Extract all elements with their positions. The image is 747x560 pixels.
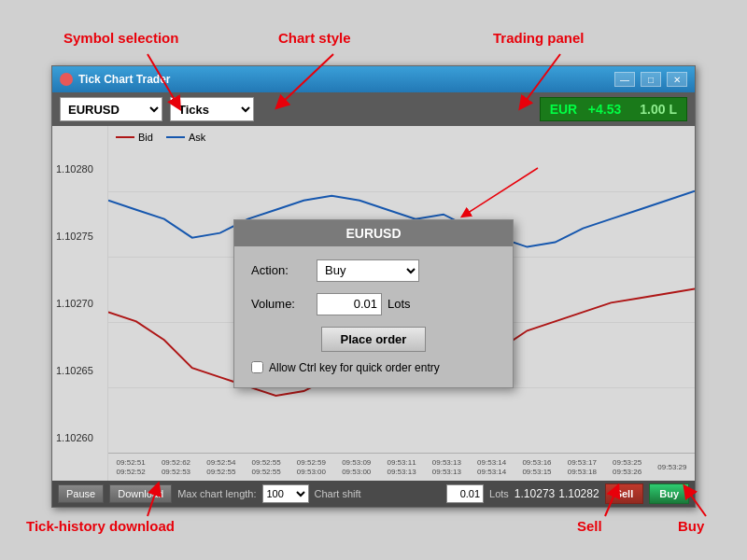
main-window: Tick Chart Trader — □ ✕ EURUSD GBPUSD US… bbox=[51, 65, 696, 508]
sell-btn[interactable]: Sell bbox=[605, 483, 644, 504]
volume-input[interactable] bbox=[317, 293, 382, 315]
titlebar-controls: — □ ✕ bbox=[614, 72, 687, 87]
chart-area: 1.10280 1.10275 1.10270 1.10265 1.10260 … bbox=[52, 126, 695, 481]
maximize-btn[interactable]: □ bbox=[641, 72, 661, 87]
lots-label: Lots bbox=[489, 488, 509, 499]
max-chart-select[interactable]: 100 200 500 1000 bbox=[262, 484, 309, 503]
modal-body: Action: Buy Sell Volume: Lots Place orde… bbox=[234, 246, 513, 387]
ann-tickhistory: Tick-history download bbox=[26, 518, 175, 534]
window-icon bbox=[60, 73, 73, 86]
modal-overlay: EURUSD Action: Buy Sell Volume: Lots bbox=[52, 126, 695, 481]
place-order-btn[interactable]: Place order bbox=[321, 327, 427, 352]
ann-chart: Chart style bbox=[278, 30, 351, 46]
volume-label: Volume: bbox=[251, 297, 317, 311]
max-chart-label: Max chart length: bbox=[177, 488, 256, 499]
symbol-select[interactable]: EURUSD GBPUSD USDJPY AUDUSD bbox=[60, 97, 162, 121]
toolbar: EURUSD GBPUSD USDJPY AUDUSD Ticks Line B… bbox=[52, 92, 695, 126]
buy-btn[interactable]: Buy bbox=[649, 483, 689, 504]
action-row: Action: Buy Sell bbox=[251, 259, 496, 282]
trading-lots: 1.00 L bbox=[640, 102, 677, 117]
ctrl-key-checkbox[interactable] bbox=[251, 361, 263, 373]
checkbox-row: Allow Ctrl key for quick order entry bbox=[251, 361, 496, 374]
ann-trading: Trading panel bbox=[493, 30, 585, 46]
sell-price: 1.10273 bbox=[514, 487, 555, 500]
ann-sell: Sell bbox=[577, 518, 602, 534]
download-btn[interactable]: Download bbox=[109, 484, 172, 503]
action-select[interactable]: Buy Sell bbox=[317, 259, 419, 282]
action-label: Action: bbox=[251, 263, 317, 277]
lots-input[interactable] bbox=[446, 484, 484, 503]
volume-unit: Lots bbox=[388, 297, 411, 311]
modal-title: EURUSD bbox=[234, 220, 513, 246]
titlebar: Tick Chart Trader — □ ✕ bbox=[52, 66, 695, 92]
price-display: 1.10273 1.10282 bbox=[514, 487, 599, 500]
chart-shift-label: Chart shift bbox=[315, 488, 361, 499]
close-btn[interactable]: ✕ bbox=[667, 72, 687, 87]
buy-price: 1.10282 bbox=[558, 487, 599, 500]
volume-row: Volume: Lots bbox=[251, 293, 496, 315]
pause-btn[interactable]: Pause bbox=[58, 484, 104, 503]
ann-symbol: Symbol selection bbox=[63, 30, 178, 46]
ann-buy: Buy bbox=[678, 518, 704, 534]
chart-style-select[interactable]: Ticks Line Bar Candle bbox=[170, 97, 254, 121]
ctrl-key-label: Allow Ctrl key for quick order entry bbox=[269, 361, 440, 374]
statusbar: Pause Download Max chart length: 100 200… bbox=[52, 481, 695, 507]
minimize-btn[interactable]: — bbox=[614, 72, 635, 87]
window-title: Tick Chart Trader bbox=[78, 73, 614, 86]
trading-panel: EUR +4.53 1.00 L bbox=[540, 97, 687, 121]
order-modal: EURUSD Action: Buy Sell Volume: Lots bbox=[233, 219, 514, 388]
trading-pnl: EUR +4.53 bbox=[550, 102, 622, 117]
